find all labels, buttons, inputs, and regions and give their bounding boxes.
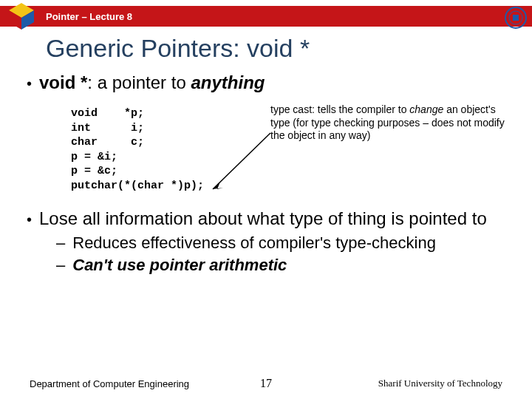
bullet-strong: void * [39,72,87,92]
dash-icon: – [56,232,65,254]
code-annotation-area: void *p; int i; char c; p = &i; p = &c; … [27,103,517,198]
svg-marker-7 [213,182,223,189]
bullet-void-pointer: • void *: a pointer to anything [27,72,517,93]
arrow-icon [207,130,273,195]
slide-title: Generic Pointers: void * [46,34,310,63]
slide-footer: Department of Computer Engineering 17 Sh… [0,377,532,390]
university-seal-icon [504,6,528,30]
sub-item: – Can't use pointer arithmetic [56,254,517,276]
dash-icon: – [56,254,65,276]
bullet-dot-icon: • [27,211,32,228]
sub-item-text-strong: Can't use pointer arithmetic [72,254,287,276]
bullet-emph: anything [191,72,265,92]
typecast-annotation: type cast: tells the compiler to change … [270,103,507,143]
footer-department: Department of Computer Engineering [30,378,244,389]
svg-rect-5 [513,15,519,21]
svg-line-6 [213,133,270,189]
bullet-mid: : a pointer to [87,72,191,92]
slide-content: • void *: a pointer to anything void *p;… [27,72,517,276]
header-bar: Pointer – Lecture 8 [0,6,532,27]
lecture-label: Pointer – Lecture 8 [46,11,132,22]
bullet-lose-info: • Lose all information about what type o… [27,208,517,229]
footer-university: Sharif University of Technology [288,378,502,389]
code-block: void *p; int i; char c; p = &i; p = &c; … [71,106,204,193]
sub-item: – Reduces effectiveness of compiler's ty… [56,232,517,254]
sub-bullet-list: – Reduces effectiveness of compiler's ty… [56,232,517,276]
bullet-text: Lose all information about what type of … [39,208,517,229]
sub-item-text: Reduces effectiveness of compiler's type… [72,232,436,254]
page-number: 17 [244,377,288,390]
cube-logo-icon [4,1,38,31]
bullet-dot-icon: • [27,75,32,92]
